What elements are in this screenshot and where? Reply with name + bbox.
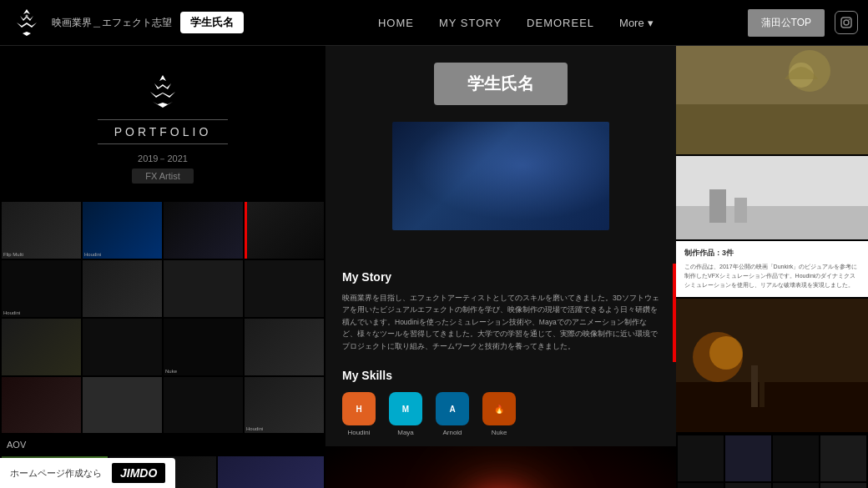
str-3 (773, 435, 819, 481)
hero-name-badge: 学生氏名 (434, 63, 568, 105)
chevron-down-icon: ▾ (648, 17, 654, 29)
header-right: 蒲田公TOP (748, 9, 868, 37)
svg-rect-23 (676, 206, 868, 239)
thumb-15 (164, 377, 243, 434)
right-block1-text: この作品は、2017年公開の映画「Dunkirk」のビジュアルを参考に制作したV… (684, 262, 860, 290)
svg-rect-1 (841, 18, 851, 28)
svg-point-21 (789, 63, 814, 88)
svg-point-3 (849, 19, 850, 21)
jimdo-logo: JIMDO (112, 463, 165, 483)
student-name-header-badge: 学生氏名 (180, 12, 244, 33)
right-text-block-1: 制作作品：3件 この作品は、2017年公開の映画「Dunkirk」のビジュアルを… (676, 241, 868, 297)
thumb-2: Houdini (83, 202, 162, 259)
nav-my-story[interactable]: MY STORY (439, 17, 502, 29)
thumb-1: Flip Multi (2, 202, 81, 259)
right-image-2 (676, 156, 868, 239)
houdini-label: Houdini (347, 429, 370, 436)
thumb-6 (83, 260, 162, 317)
aov-label: AOV (0, 435, 326, 455)
skills-row: H Houdini M Maya A Arnold 🔥 Nuke (326, 385, 676, 446)
site-title: 映画業界＿エフェクト志望 (52, 16, 172, 30)
instagram-icon[interactable] (835, 11, 858, 34)
svg-rect-25 (734, 198, 747, 223)
skull-image (326, 446, 676, 488)
portfolio-role: FX Artist (132, 169, 194, 184)
top-button[interactable]: 蒲田公TOP (748, 9, 825, 37)
thumb-10 (83, 319, 162, 375)
svg-point-2 (844, 20, 849, 25)
skill-maya: M Maya (389, 392, 422, 436)
svg-rect-31 (760, 374, 765, 407)
svg-rect-18 (676, 46, 868, 154)
portfolio-logo-icon (142, 71, 184, 113)
str-5 (678, 483, 724, 488)
maya-label: Maya (397, 429, 414, 436)
svg-point-29 (709, 336, 743, 370)
thumb-11: Nuke (164, 319, 243, 375)
portfolio-title: PORTFOLIO (98, 119, 229, 144)
thumb-9 (2, 319, 81, 375)
my-story-text: 映画業界を目指し、エフェクトアーティストとしてのスキルを磨いてきました。3Dソフ… (326, 287, 676, 362)
str-6 (725, 483, 771, 488)
svg-rect-27 (676, 382, 868, 432)
right-image-3 (676, 299, 868, 432)
nav-more[interactable]: More ▾ (619, 17, 654, 29)
jimdo-footer[interactable]: ホームページ作成なら JIMDO (0, 458, 175, 488)
thumb-14 (83, 377, 162, 434)
houdini-icon: H (342, 392, 376, 425)
str-1 (678, 435, 724, 481)
small-thumb-row-right (676, 434, 868, 488)
site-logo-icon (10, 6, 43, 39)
svg-rect-30 (751, 365, 758, 407)
thumb-13 (2, 377, 81, 434)
main-content: PORTFOLIO 2019－2021 FX Artist Flip Multi… (0, 46, 868, 488)
thumb-8 (245, 260, 324, 317)
svg-point-20 (789, 50, 830, 92)
header: 映画業界＿エフェクト志望 学生氏名 HOME MY STORY DEMOREEL… (0, 0, 868, 46)
my-skills-title: My Skills (326, 362, 676, 385)
str-2 (725, 435, 771, 481)
logo-area: 映画業界＿エフェクト志望 学生氏名 (0, 6, 284, 39)
right-panel: 制作作品：3件 この作品は、2017年公開の映画「Dunkirk」のビジュアルを… (676, 46, 868, 488)
thumbnail-grid: Flip Multi Houdini Houdini Nuke Houdini (0, 200, 326, 435)
nav-home[interactable]: HOME (378, 17, 414, 29)
thumb-16: Houdini (245, 377, 324, 434)
svg-point-0 (26, 15, 28, 18)
main-nav: HOME MY STORY DEMOREEL More ▾ (284, 17, 748, 29)
str-4 (820, 435, 866, 481)
jimdo-text: ホームページ作成なら (10, 467, 102, 480)
hero-image (392, 122, 609, 230)
nav-demoreel[interactable]: DEMOREEL (527, 17, 594, 29)
hero-section: 学生氏名 (326, 46, 676, 264)
portfolio-years: 2019－2021 (138, 153, 188, 165)
my-story-title: My Story (326, 264, 676, 287)
str-7 (773, 483, 819, 488)
portfolio-card: PORTFOLIO 2019－2021 FX Artist (0, 46, 326, 200)
right-block1-title: 制作作品：3件 (684, 248, 860, 259)
nuke-icon: 🔥 (482, 392, 516, 425)
thumb-4 (245, 202, 324, 259)
skill-houdini: H Houdini (342, 392, 376, 436)
skill-nuke: 🔥 Nuke (482, 392, 516, 436)
my-story-section: My Story 映画業界を目指し、エフェクトアーティストとしてのスキルを磨いて… (326, 264, 676, 362)
color-cell-3 (218, 456, 324, 488)
arnold-label: Arnold (442, 429, 462, 436)
thumb-12 (245, 319, 324, 375)
svg-rect-24 (709, 189, 726, 223)
middle-panel: 学生氏名 My Story 映画業界を目指し、エフェクトアーティストとしてのスキ… (326, 46, 676, 488)
str-8 (820, 483, 866, 488)
arnold-icon: A (436, 392, 469, 425)
nuke-label: Nuke (492, 429, 507, 436)
maya-icon: M (389, 392, 422, 425)
skill-arnold: A Arnold (436, 392, 469, 436)
right-image-1 (676, 46, 868, 154)
thumb-7 (164, 260, 243, 317)
thumb-3 (164, 202, 243, 259)
left-panel: PORTFOLIO 2019－2021 FX Artist Flip Multi… (0, 46, 326, 488)
thumb-5: Houdini (2, 260, 81, 317)
svg-rect-19 (676, 104, 868, 154)
